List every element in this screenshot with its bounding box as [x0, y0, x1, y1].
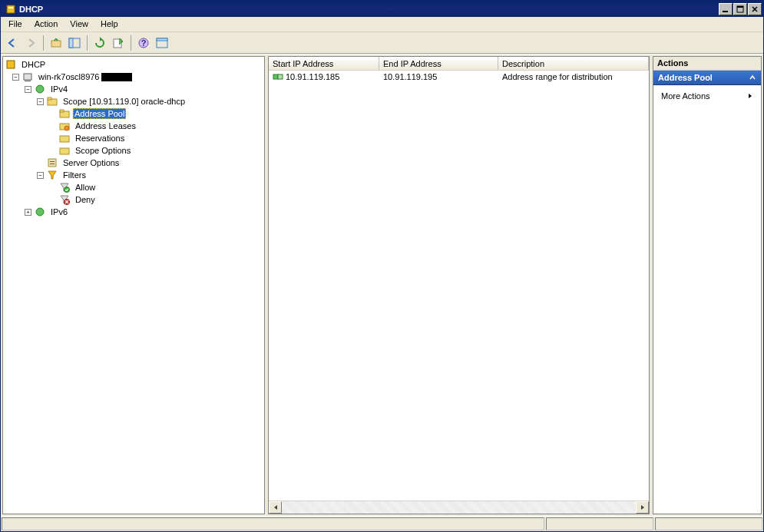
menu-view[interactable]: View — [64, 17, 94, 31]
tree-address-leases[interactable]: Address Leases — [3, 120, 264, 132]
svg-rect-23 — [60, 136, 69, 142]
svg-point-22 — [64, 126, 69, 131]
back-button[interactable] — [4, 35, 21, 51]
server-icon — [21, 71, 34, 83]
allow-icon — [58, 181, 71, 193]
tree-scope[interactable]: − Scope [10.91.119.0] oracle-dhcp — [3, 95, 264, 107]
svg-rect-0 — [7, 5, 15, 13]
leases-icon — [58, 120, 71, 132]
tree-scope-options[interactable]: Scope Options — [3, 144, 264, 157]
svg-rect-24 — [60, 148, 69, 154]
help-button[interactable]: ? — [135, 35, 152, 51]
collapse-icon[interactable]: − — [37, 172, 44, 179]
status-bar — [1, 516, 763, 531]
dhcp-icon — [5, 58, 17, 71]
close-button[interactable] — [748, 3, 762, 15]
status-cell — [2, 517, 544, 530]
expander-placeholder — [37, 160, 44, 167]
tree-panel: DHCP − win-rk7oscl8976 − IPv4 − Scope [ — [2, 56, 265, 514]
tree-label: Address Leases — [73, 121, 138, 131]
action-more-actions[interactable]: More Actions — [653, 88, 761, 104]
actions-body: More Actions — [653, 85, 761, 107]
tree-deny[interactable]: Deny — [3, 193, 264, 206]
app-icon — [5, 3, 17, 15]
collapse-icon[interactable]: − — [25, 86, 31, 93]
range-icon — [273, 71, 283, 82]
toolbar-separator — [87, 35, 88, 51]
menu-file[interactable]: File — [2, 17, 28, 31]
svg-rect-5 — [51, 41, 61, 47]
tree-label: DHCP — [19, 59, 48, 70]
actions-section-header[interactable]: Address Pool — [653, 71, 761, 85]
title-bar: DHCP — [1, 1, 763, 17]
maximize-button[interactable] — [733, 3, 747, 15]
column-description[interactable]: Description — [498, 57, 649, 70]
tree-reservations[interactable]: Reservations — [3, 132, 264, 144]
menu-action[interactable]: Action — [28, 17, 64, 31]
actions-panel: Actions Address Pool More Actions — [653, 56, 762, 514]
list-body[interactable]: 10.91.119.185 10.91.119.195 Address rang… — [269, 71, 649, 501]
export-button[interactable] — [110, 35, 127, 51]
deny-icon — [58, 193, 71, 206]
reservations-icon — [58, 132, 71, 144]
tree-ipv4[interactable]: − IPv4 — [3, 83, 264, 95]
tree-filters[interactable]: − Filters — [3, 169, 264, 181]
show-hide-tree-button[interactable] — [66, 35, 83, 51]
svg-rect-14 — [24, 74, 31, 80]
window-controls — [718, 3, 762, 15]
collapse-icon[interactable]: − — [37, 98, 44, 105]
minimize-button[interactable] — [719, 3, 733, 15]
menu-help[interactable]: Help — [94, 17, 124, 31]
tree-ipv6[interactable]: + IPv6 — [3, 206, 264, 218]
forward-button[interactable] — [22, 35, 39, 51]
tree-label: Reservations — [73, 133, 127, 144]
tree-label: Server Options — [61, 157, 121, 168]
properties-button[interactable] — [154, 35, 170, 51]
tree-label: IPv4 — [48, 84, 70, 94]
svg-rect-32 — [278, 74, 283, 79]
svg-rect-4 — [737, 6, 743, 8]
expander-placeholder — [49, 184, 56, 191]
toolbar-separator — [43, 35, 44, 51]
app-window: DHCP File Action View Help ? — [0, 0, 764, 532]
tree-label: Allow — [73, 182, 98, 193]
svg-rect-7 — [69, 38, 73, 48]
svg-rect-2 — [723, 11, 728, 12]
options-icon — [58, 144, 71, 157]
tree-label: IPv6 — [48, 207, 70, 217]
cell-description: Address range for distribution — [498, 71, 649, 82]
chevron-right-icon — [747, 93, 753, 99]
actions-section-label: Address Pool — [658, 73, 713, 82]
tree-address-pool[interactable]: Address Pool — [3, 107, 264, 120]
scroll-right-button[interactable] — [636, 501, 649, 514]
tree-root-dhcp[interactable]: DHCP — [3, 58, 264, 71]
expander-placeholder — [49, 123, 56, 130]
svg-rect-13 — [7, 61, 15, 68]
menu-bar: File Action View Help — [1, 17, 763, 32]
svg-rect-12 — [157, 38, 167, 41]
tree-label: Deny — [73, 194, 98, 205]
tree-view[interactable]: DHCP − win-rk7oscl8976 − IPv4 − Scope [ — [3, 57, 264, 514]
tree-label: Scope [10.91.119.0] oracle-dhcp — [61, 96, 187, 107]
scroll-left-button[interactable] — [269, 501, 282, 514]
column-end-ip[interactable]: End IP Address — [379, 57, 498, 70]
tree-allow[interactable]: Allow — [3, 181, 264, 193]
expander-placeholder — [49, 147, 56, 154]
list-row[interactable]: 10.91.119.185 10.91.119.195 Address rang… — [269, 71, 649, 83]
svg-point-16 — [36, 85, 44, 93]
svg-rect-18 — [48, 97, 51, 100]
chevron-up-icon — [749, 74, 756, 81]
tree-server[interactable]: − win-rk7oscl8976 — [3, 71, 264, 83]
column-start-ip[interactable]: Start IP Address — [269, 57, 379, 70]
scroll-track[interactable] — [282, 501, 636, 514]
tree-server-options[interactable]: Server Options — [3, 157, 264, 169]
cell-end-ip: 10.91.119.195 — [379, 71, 498, 82]
redacted-text — [101, 73, 132, 81]
svg-rect-15 — [25, 81, 31, 81]
horizontal-scrollbar[interactable] — [269, 501, 649, 514]
refresh-button[interactable] — [91, 35, 108, 51]
collapse-icon[interactable]: − — [12, 74, 19, 81]
svg-rect-1 — [8, 7, 13, 8]
up-button[interactable] — [48, 35, 64, 51]
expand-icon[interactable]: + — [25, 209, 31, 216]
